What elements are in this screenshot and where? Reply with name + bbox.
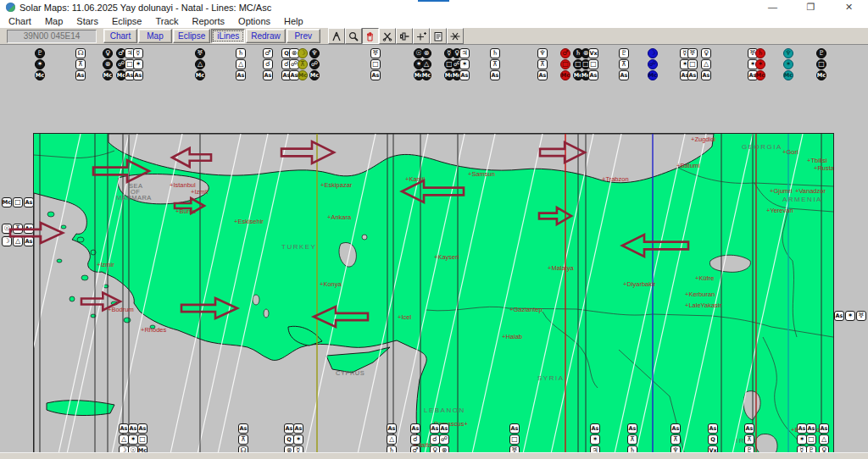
island: [57, 259, 62, 263]
menu-item-chart[interactable]: Chart: [3, 16, 40, 26]
glyph-cell: ☿: [133, 48, 143, 58]
glyph-cell: ♂: [263, 48, 273, 58]
city-label: +Istanbul: [170, 182, 196, 189]
glyph-cell: Mc: [816, 70, 826, 80]
asc-line-stack: ♂☌As: [263, 48, 273, 80]
menu-item-eclipse[interactable]: Eclipse: [107, 16, 150, 26]
asc-line-stack: As△♄: [387, 423, 397, 456]
glyph-cell: ☉: [2, 224, 12, 234]
glyph-cell: ☊: [75, 48, 86, 58]
glyph-cell: As: [806, 423, 816, 434]
city-label: +Küfre: [695, 275, 714, 282]
jack-icon[interactable]: [447, 28, 464, 44]
glyph-cell: ♆: [309, 48, 320, 58]
glyph-cell: As: [670, 423, 681, 434]
lake: [743, 391, 760, 420]
glyph-cell: ✶: [133, 59, 143, 69]
glyph-cell: As: [708, 423, 718, 434]
island: [81, 275, 88, 280]
prev-button[interactable]: Prev: [287, 29, 320, 43]
asc-line-stack: ♄⊼As: [490, 48, 500, 80]
glyph-cell: ⊼: [627, 434, 637, 445]
asc-line-stack: Vx□As: [588, 48, 598, 80]
glyph-cell: ♅: [856, 311, 866, 321]
asc-line: [470, 134, 542, 459]
glyph-cell: Mc: [103, 70, 113, 80]
glyph-cell: ☌: [410, 434, 420, 445]
window-controls: — ❐ ✕: [754, 2, 868, 13]
map-canvas[interactable]: +Istanbul+Izmit+BursaSEAOFMARMARA+Eskise…: [33, 133, 834, 459]
glyph-cell: ♀: [701, 48, 711, 58]
report-icon[interactable]: [430, 28, 447, 44]
asc-line-stack: ♀△As: [701, 48, 711, 80]
mc-line-stack: ♆☍Mc: [309, 48, 320, 80]
menu-item-map[interactable]: Map: [40, 16, 71, 26]
glyph-cell: ✶: [35, 59, 45, 69]
city-label: +Kayseri: [434, 254, 459, 261]
solar-maps-window: { "window": { "title": "Solar Maps: 11.0…: [0, 0, 868, 459]
caliper-icon[interactable]: [328, 28, 345, 44]
glyph-cell: Mc: [783, 70, 793, 80]
menu-item-options[interactable]: Options: [233, 16, 279, 26]
glyph-cell: ✶: [845, 311, 855, 321]
city-label: +Bodrum: [108, 307, 134, 313]
ilines-button[interactable]: iLines: [211, 29, 245, 43]
cut-icon[interactable]: [379, 28, 396, 44]
rhodes-island: [288, 326, 322, 346]
glyph-cell: ♄: [490, 48, 500, 58]
asc-line-stack: Mc□As: [2, 197, 34, 207]
glyph-cell: Vx: [588, 48, 598, 58]
asc-line-stack: As△♀: [819, 423, 829, 456]
glyph-cell: ⊼: [537, 59, 548, 69]
glyph-cell: Mc: [309, 70, 320, 80]
pan-hand-icon[interactable]: [362, 28, 379, 44]
city-label: +Izmir: [97, 262, 114, 268]
asc-line: [57, 134, 129, 459]
asc-line-stack: As□♇: [806, 423, 816, 456]
add-point-icon[interactable]: [413, 28, 430, 44]
menu-item-track[interactable]: Track: [150, 16, 186, 26]
glyph-cell: ⊗: [421, 48, 431, 58]
city-label: +Gjumri: [770, 188, 792, 195]
maximize-button[interactable]: ❐: [792, 2, 830, 13]
glyph-cell: As: [701, 70, 711, 80]
minimize-button[interactable]: —: [754, 2, 792, 13]
glyph-cell: Mc: [35, 70, 45, 80]
menu-item-help[interactable]: Help: [279, 16, 312, 26]
cyprus-island: [326, 347, 390, 373]
close-button[interactable]: ✕: [830, 2, 868, 13]
border-line: [542, 312, 598, 388]
glyph-cell: ⊼: [670, 434, 681, 445]
glyph-cell: ♂: [560, 48, 570, 58]
menu-item-reports[interactable]: Reports: [187, 16, 234, 26]
asc-line-stack: ☽△As: [2, 236, 34, 246]
redraw-button[interactable]: Redraw: [246, 29, 285, 43]
glyph-cell: ✶: [783, 59, 793, 69]
clamp-icon[interactable]: [396, 28, 413, 44]
glyph-cell: As: [370, 70, 381, 80]
glyph-cell: ⊼: [298, 59, 308, 69]
glyph-cell: △: [13, 236, 23, 246]
crete-island: [47, 401, 114, 416]
asc-line: [613, 134, 685, 459]
zoom-icon[interactable]: [345, 28, 362, 44]
glyph-cell: As: [537, 70, 548, 80]
region-label: ARMENIA: [782, 196, 822, 203]
menu-bar: ChartMapStarsEclipseTrackReportsOptionsH…: [0, 14, 868, 28]
glyph-cell: As: [627, 423, 637, 434]
mc-line-stack: ♅△Mc: [195, 48, 205, 80]
glyph-cell: □: [816, 59, 826, 69]
city-label: +Eskisehir: [234, 218, 264, 225]
eclipse-button[interactable]: Eclipse: [173, 29, 210, 43]
city-label: +Gaziantep: [509, 307, 542, 313]
map-button[interactable]: Map: [138, 29, 172, 43]
glyph-cell: As: [236, 70, 246, 80]
glyph-cell: △: [195, 59, 205, 69]
glyph-cell: Mc: [755, 70, 765, 80]
glyph-cell: As: [24, 236, 34, 246]
glyph-cell: Mc: [298, 70, 308, 80]
chart-button[interactable]: Chart: [103, 29, 137, 43]
menu-item-stars[interactable]: Stars: [71, 16, 107, 26]
glyph-cell: As: [387, 423, 397, 434]
asc-line-stack: As☌♂: [410, 423, 420, 456]
